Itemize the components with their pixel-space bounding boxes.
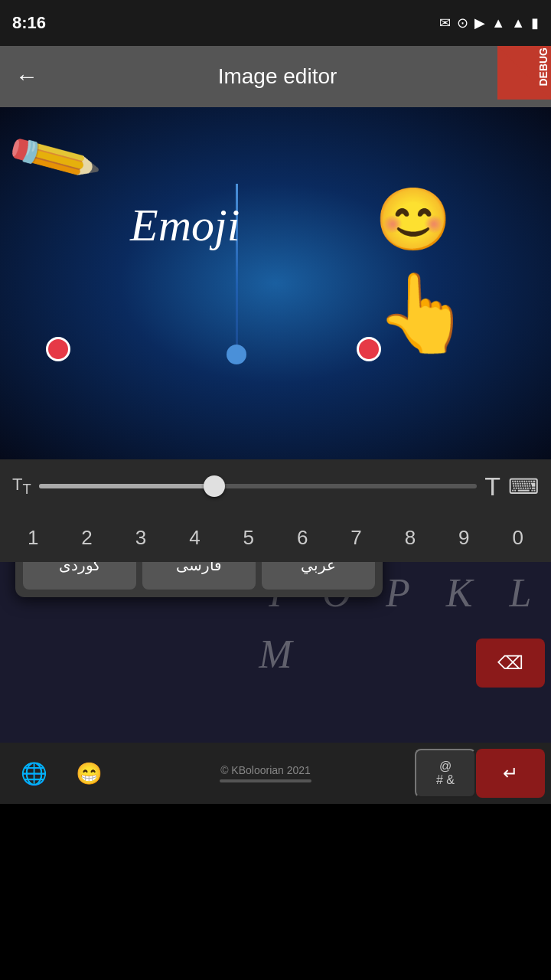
page-title: Image editor [218, 64, 337, 89]
back-button[interactable]: ← [15, 64, 38, 90]
canvas-text[interactable]: Emoji [130, 199, 240, 252]
key-9[interactable]: 9 [440, 518, 487, 557]
debug-badge: DEBUG [497, 46, 551, 100]
at-button[interactable]: @ # & [415, 749, 476, 798]
email-icon: ✉ [439, 15, 451, 31]
hash-symbol: # & [436, 773, 455, 787]
canvas-hand[interactable]: 👆 [375, 268, 471, 358]
wifi-icon: ▲ [491, 15, 505, 31]
signal-icon: ▲ [511, 15, 525, 31]
selection-handle-right[interactable] [357, 337, 381, 361]
text-small-icon[interactable]: TT [12, 475, 31, 498]
selection-handle-left[interactable] [46, 337, 70, 361]
keyboard-icon[interactable]: ⌨ [508, 474, 539, 499]
bottom-center: © KBoloorian 2021 [116, 764, 415, 782]
toolbar: TT T ⌨ [0, 459, 551, 513]
number-row: 1 2 3 4 5 6 7 8 9 0 [0, 513, 551, 562]
target-icon: ⊙ [457, 15, 468, 31]
key-6[interactable]: 6 [279, 518, 326, 557]
copyright-text: © KBoloorian 2021 [220, 764, 311, 776]
key-7[interactable]: 7 [333, 518, 380, 557]
smiley-bottom-icon: 😁 [76, 761, 103, 786]
key-1[interactable]: 1 [9, 518, 57, 557]
play-icon: ▶ [474, 15, 485, 31]
smiley-bottom-button[interactable]: 😁 [61, 749, 116, 798]
popup-row-4: کوردی فارسی عربي [23, 562, 375, 590]
debug-label: DEBUG [536, 46, 551, 88]
pencil-icon: ✏️ [2, 108, 105, 208]
bg-letter-K: K [429, 562, 490, 623]
status-time: 8:16 [12, 13, 46, 33]
bottom-row: 🌐 😁 © KBoloorian 2021 @ # & ↵ [0, 743, 551, 804]
kurdish-button[interactable]: کوردی [23, 562, 136, 590]
at-symbol: @ [439, 760, 452, 773]
status-bar: 8:16 ✉ ⊙ ▶ ▲ ▲ ▮ [0, 0, 551, 46]
key-0[interactable]: 0 [494, 518, 542, 557]
arabic-label: عربي [301, 562, 336, 574]
key-8[interactable]: 8 [386, 518, 434, 557]
battery-icon: ▮ [531, 15, 539, 31]
enter-button[interactable]: ↵ [476, 749, 545, 798]
canvas-area: ✏️ Emoji 😊 👆 [0, 107, 551, 459]
key-2[interactable]: 2 [64, 518, 111, 557]
popup-menu: 👤 Stickers 🎨 ✏ 🎨 Custom SYM ∫f(x)∂x 😁 [15, 562, 383, 597]
app-bar: ← Image editor ✓ [0, 46, 551, 107]
bg-letter-L: L [490, 562, 551, 623]
delete-icon: ⌫ [497, 652, 523, 674]
canvas-smiley[interactable]: 😊 [375, 184, 452, 256]
globe-icon: 🌐 [21, 761, 47, 786]
bottom-line [220, 779, 311, 782]
arabic-button[interactable]: عربي [262, 562, 375, 590]
text-large-icon[interactable]: T [484, 472, 500, 501]
delete-button[interactable]: ⌫ [476, 639, 545, 688]
globe-button[interactable]: 🌐 [6, 749, 61, 798]
font-size-slider[interactable] [39, 482, 478, 490]
bg-letter-M: M [245, 623, 306, 684]
kurdish-label: کوردی [59, 562, 101, 574]
persian-button[interactable]: فارسی [142, 562, 256, 590]
key-4[interactable]: 4 [171, 518, 218, 557]
key-5[interactable]: 5 [225, 518, 272, 557]
enter-icon: ↵ [503, 763, 518, 784]
cursor-dot [227, 345, 246, 364]
key-3[interactable]: 3 [117, 518, 165, 557]
status-icons: ✉ ⊙ ▶ ▲ ▲ ▮ [439, 15, 539, 31]
persian-label: فارسی [176, 562, 222, 574]
keyboard-area: I O P K L M 👤 Stickers 🎨 ✏ 🎨 Custom S [0, 562, 551, 804]
